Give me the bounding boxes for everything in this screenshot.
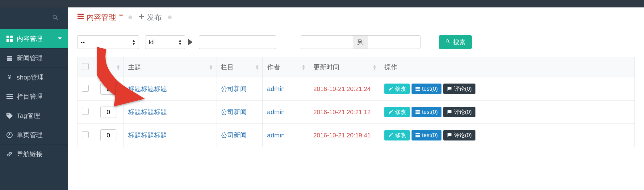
row-updated: 2016-10-21 20:21:12	[313, 109, 371, 115]
chevron-down-icon	[57, 35, 62, 42]
sort-icon[interactable]: ▲▼	[116, 64, 120, 70]
svg-rect-4	[7, 56, 12, 57]
sort-icon[interactable]: ▲▼	[255, 64, 259, 70]
main-panel: 内容管理 ˅˅ 发布 -- ▲▼ Id	[68, 7, 644, 190]
breadcrumb-title-text: 内容管理	[86, 12, 116, 22]
svg-rect-9	[6, 98, 13, 99]
row-checkbox[interactable]	[82, 131, 89, 138]
comment-button[interactable]: 评论(0)	[443, 130, 475, 140]
svg-rect-21	[416, 111, 420, 112]
table-row: 标题标题标题公司新闻admin2016-10-21 20:21:24修改test…	[77, 77, 635, 101]
edit-icon	[388, 86, 393, 91]
sidebar: 内容管理 新闻管理 ¥ shop管理 栏目管理 Tag管理	[0, 7, 68, 190]
row-category-link[interactable]: 公司新闻	[221, 108, 247, 115]
row-author-link[interactable]: admin	[267, 108, 285, 115]
row-order-input[interactable]	[100, 129, 116, 141]
filter-bar: -- ▲▼ Id ▲▼ 到 搜索	[68, 27, 644, 57]
row-checkbox[interactable]	[82, 85, 89, 92]
filter-range-to[interactable]	[368, 35, 420, 49]
edit-button[interactable]: 修改	[384, 84, 410, 94]
edit-button[interactable]: 修改	[384, 107, 410, 117]
svg-rect-1	[10, 36, 13, 38]
sidebar-item-label: Tag管理	[17, 111, 40, 120]
filter-range-from[interactable]	[301, 35, 353, 49]
table-icon	[415, 133, 420, 138]
top-nav-bar	[0, 0, 644, 7]
triangle-right-icon	[188, 39, 193, 45]
sidebar-item-news-mgmt[interactable]: 新闻管理	[0, 48, 68, 67]
svg-rect-14	[77, 18, 84, 19]
row-author-link[interactable]: admin	[267, 132, 285, 139]
th-updated: 更新时间	[313, 63, 339, 71]
svg-rect-17	[416, 87, 420, 88]
filter-select-2[interactable]: Id	[145, 35, 185, 49]
svg-rect-23	[416, 133, 420, 134]
dot-separator	[128, 15, 132, 19]
row-subject-link[interactable]: 标题标题标题	[128, 108, 167, 115]
sidebar-item-shop-mgmt[interactable]: ¥ shop管理	[0, 67, 68, 87]
range-separator: 到	[353, 35, 368, 49]
sidebar-item-category-mgmt[interactable]: 栏目管理	[0, 87, 68, 106]
sidebar-item-label: 单页管理	[17, 131, 43, 139]
svg-rect-18	[416, 88, 420, 89]
breadcrumb-content-mgmt[interactable]: 内容管理 ˅˅	[77, 12, 122, 22]
filter-select-1[interactable]: --	[77, 35, 139, 49]
sort-icon[interactable]: ▲▼	[372, 64, 377, 70]
comment-icon	[447, 110, 452, 114]
svg-point-10	[7, 114, 9, 115]
checkbox-all[interactable]	[82, 63, 89, 70]
row-subject-link[interactable]: 标题标题标题	[128, 85, 167, 92]
list-icon	[6, 93, 14, 100]
content-table: ▲▼ 主题▲▼ 栏目▲▼ 作者▲▼ 更新时间▲▼ 操作 标题标题标题公司新闻ad…	[77, 57, 635, 147]
edit-button[interactable]: 修改	[384, 130, 410, 140]
sidebar-item-label: 内容管理	[17, 34, 43, 43]
sidebar-item-content-mgmt[interactable]: 内容管理	[0, 29, 68, 48]
row-checkbox[interactable]	[82, 108, 89, 115]
breadcrumb-publish[interactable]: 发布	[138, 12, 162, 22]
svg-rect-25	[416, 136, 420, 137]
svg-rect-22	[416, 113, 420, 114]
search-button-label: 搜索	[453, 38, 466, 46]
sidebar-item-singlepage-mgmt[interactable]: 单页管理	[0, 125, 68, 144]
table-icon	[415, 86, 420, 91]
svg-rect-8	[6, 96, 13, 97]
test-button[interactable]: test(0)	[412, 84, 441, 94]
sidebar-item-tag-mgmt[interactable]: Tag管理	[0, 106, 68, 125]
th-category: 栏目	[221, 63, 234, 71]
row-author-link[interactable]: admin	[267, 85, 285, 92]
row-category-link[interactable]: 公司新闻	[221, 85, 247, 92]
comment-icon	[447, 133, 452, 138]
row-order-input[interactable]	[100, 83, 116, 95]
svg-rect-19	[416, 90, 420, 91]
sort-icon[interactable]: ▲▼	[209, 64, 213, 70]
svg-rect-16	[139, 16, 144, 17]
comment-button[interactable]: 评论(0)	[443, 84, 475, 94]
grid-icon	[6, 36, 14, 42]
compass-icon	[6, 132, 14, 138]
sidebar-search[interactable]	[0, 7, 68, 29]
comment-button[interactable]: 评论(0)	[443, 107, 475, 117]
row-category-link[interactable]: 公司新闻	[221, 132, 247, 139]
sidebar-item-label: shop管理	[17, 73, 44, 82]
row-updated: 2016-10-21 20:21:24	[313, 85, 371, 92]
test-button[interactable]: test(0)	[412, 130, 441, 140]
row-subject-link[interactable]: 标题标题标题	[128, 132, 167, 139]
svg-rect-13	[77, 15, 84, 17]
svg-rect-12	[77, 14, 84, 15]
sort-icon[interactable]: ▲▼	[301, 64, 306, 70]
table-icon	[77, 13, 84, 22]
row-order-input[interactable]	[100, 106, 116, 118]
table-icon	[415, 110, 420, 114]
filter-text-input[interactable]	[199, 35, 276, 49]
svg-rect-7	[6, 94, 13, 95]
search-button[interactable]: 搜索	[439, 35, 472, 49]
dot-separator	[168, 15, 172, 19]
test-button[interactable]: test(0)	[412, 107, 441, 117]
svg-rect-2	[6, 39, 9, 42]
edit-icon	[388, 110, 393, 114]
svg-rect-5	[7, 58, 12, 59]
table-icon	[6, 55, 14, 61]
svg-rect-3	[10, 39, 13, 42]
sidebar-item-nav-links[interactable]: 导航链接	[0, 144, 68, 163]
yen-icon: ¥	[6, 74, 14, 81]
